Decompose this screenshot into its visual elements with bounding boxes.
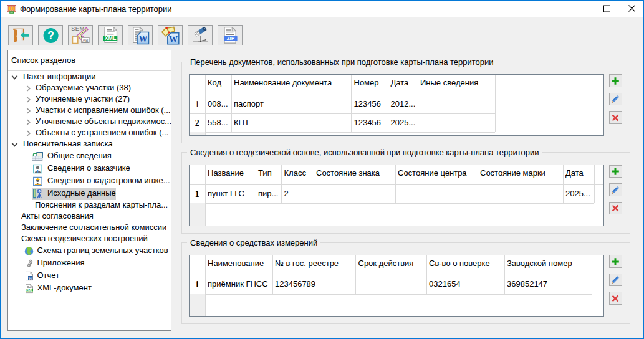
svg-text:XML: XML — [26, 289, 33, 292]
svg-text:AB: AB — [82, 38, 89, 42]
svg-text:ZIP: ZIP — [227, 36, 235, 41]
svg-text:W: W — [139, 34, 148, 44]
svg-text:W: W — [28, 276, 32, 280]
svg-text:W: W — [169, 35, 178, 44]
svg-text:?: ? — [47, 29, 54, 42]
svg-text:XML: XML — [105, 35, 117, 41]
